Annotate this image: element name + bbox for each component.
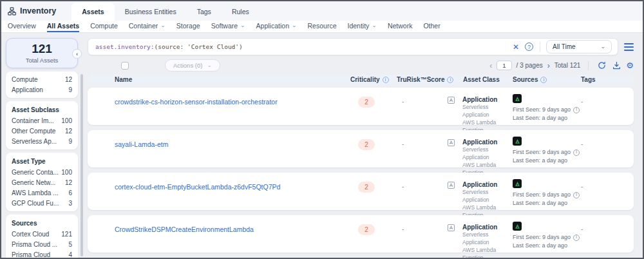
column-header-trurisk[interactable]: TruRisk™Score [394,76,446,83]
tab-business-entities[interactable]: Business Entities [115,3,187,21]
actions-button[interactable]: Actions (0) [165,59,220,72]
column-header-name[interactable]: Name [115,76,350,83]
query-help-icon[interactable] [525,43,533,51]
column-label: Tags [581,76,596,83]
trurisk-cell: - [394,173,446,190]
tags-cell: - [578,88,634,105]
nav-other[interactable]: Other [423,21,440,32]
cortex-cloud-source-icon[interactable] [513,94,522,103]
nav-storage[interactable]: Storage [176,21,200,32]
facet-item-gcp-cloud-function[interactable]: GCP Cloud Fu... 3 [6,198,78,208]
cortex-cloud-source-icon[interactable] [513,179,522,188]
nav-network[interactable]: Network [388,21,413,32]
facet-item-serverless-app[interactable]: Serverless Ap... 9 [6,136,78,146]
page-number-input[interactable]: 1 [497,61,511,70]
asset-class-l2: Serverless Application [462,146,513,162]
asset-name-link[interactable]: crowdstrike-cs-horizon-sensor-installati… [115,88,350,106]
criticality-cell: 2 [350,88,394,108]
chevron-down-icon [240,23,245,28]
menu-hamburger-icon[interactable] [624,42,634,52]
table-row: crowdstrike-cs-horizon-sensor-installati… [88,88,634,125]
cortex-cloud-source-icon[interactable] [513,222,522,231]
tab-business-entities-label: Business Entities [125,8,176,15]
facet-item-prisma-cloud-compute[interactable]: Prisma Cloud ... 5 [6,239,78,249]
prev-page-icon[interactable] [489,61,492,70]
facet-item-generic-network[interactable]: Generic Netw... 12 [6,177,78,187]
column-label: TruRisk™Score [397,76,444,83]
asset-class-l2: Serverless Application [462,189,513,204]
facet-item-generic-container[interactable]: Generic Conta... 100 [6,167,78,177]
chevron-down-icon [292,23,297,28]
query-search-input[interactable]: asset.inventory:(source: 'Cortex Cloud')… [88,38,618,55]
asset-class-l2: Serverless Application [462,231,513,247]
next-page-icon[interactable] [547,61,550,70]
first-seen-line: First Seen: 9 days ago [513,191,578,199]
asset-class-lines: Application Serverless Application AWS L… [462,138,513,177]
facet-group-header: Asset Type [6,155,78,167]
facet-item-container-image[interactable]: Container Im... 100 [6,115,78,126]
first-seen-line: First Seen: 9 days ago [513,148,578,157]
time-range-select[interactable]: All Time [546,40,612,53]
nav-application[interactable]: Application [256,21,297,32]
tab-assets[interactable]: Assets [71,3,114,21]
select-all-checkbox[interactable] [121,62,129,70]
asset-class-cell: Application Serverless Application AWS L… [446,88,513,135]
facet-group-header: Asset Subclass [6,104,78,115]
facet-label: Cortex Cloud [12,231,49,238]
total-assets-card: 121 Total Assets [6,38,78,68]
info-icon[interactable] [540,77,547,83]
nav-software[interactable]: Software [211,21,245,32]
nav-identity[interactable]: Identity [347,21,376,32]
asset-name-link[interactable]: sayali-Lamda-etm [115,130,350,148]
nav-resource[interactable]: Resource [308,21,337,32]
settings-gear-icon[interactable] [626,61,634,70]
serverless-function-icon [447,180,455,220]
asset-name-link[interactable]: cortex-cloud-etm-EmptyBucketLambda-z6dvF… [115,173,350,191]
info-icon[interactable] [573,107,580,113]
sidebar-scrollbar[interactable] [80,74,83,256]
tab-rules[interactable]: Rules [222,3,260,21]
info-icon[interactable] [573,149,580,156]
facet-item-cortex-cloud[interactable]: Cortex Cloud 121 [6,229,78,239]
column-header-criticality[interactable]: Criticality [350,76,394,83]
asset-class-cell: Application Serverless Application AWS L… [446,173,513,220]
nav-storage-label: Storage [176,22,200,30]
asset-name-link[interactable]: CrowdStrikeDSPMCreateEnvironmentLambda [115,215,350,233]
asset-class-l1: Application [462,138,513,146]
nav-application-label: Application [256,22,289,30]
table-row: sayali-Lamda-etm 2 - Application Serverl… [88,130,634,168]
chevron-down-icon [372,23,377,28]
info-icon[interactable] [573,235,580,241]
facet-label: Generic Conta... [12,169,59,176]
trurisk-cell: - [394,88,446,105]
download-icon[interactable] [611,61,621,71]
nav-compute[interactable]: Compute [90,21,118,32]
cortex-cloud-source-icon[interactable] [513,137,522,146]
facet-item-application[interactable]: Application 9 [6,84,78,95]
nav-all-assets[interactable]: All Assets [47,21,79,32]
query-field-token: asset.inventory: [95,43,155,50]
inventory-sitemap-icon [8,7,16,15]
refresh-icon[interactable] [596,61,607,71]
asset-category-nav: Overview All Assets Compute Container St… [1,21,643,33]
asset-class-cell: Application Serverless Application AWS L… [446,215,513,259]
column-label: Name [115,76,132,83]
info-icon[interactable] [383,77,389,83]
facet-item-prisma-cloud[interactable]: Prisma Cloud 4 [6,249,78,259]
column-header-sources[interactable]: Sources [513,76,578,83]
info-icon[interactable] [573,192,580,198]
tab-tags[interactable]: Tags [187,3,222,21]
facet-item-aws-lambda[interactable]: AWS Lambda ... 6 [6,187,78,198]
nav-container[interactable]: Container [129,21,166,32]
total-count-label: Total 121 [554,62,581,69]
column-header-asset-class[interactable]: Asset Class [446,76,513,83]
column-header-tags[interactable]: Tags [578,76,634,83]
nav-overview[interactable]: Overview [8,21,36,32]
facet-item-other-compute[interactable]: Other Compute 12 [6,126,78,136]
facet-count: 100 [61,169,72,176]
clear-search-icon[interactable] [513,43,519,51]
sidebar-collapse-button[interactable] [72,49,82,59]
time-range-value: All Time [553,43,576,50]
facet-group-asset-type: Asset Type Generic Conta... 100 Generic … [6,153,78,211]
facet-item-compute[interactable]: Compute 12 [6,74,78,84]
